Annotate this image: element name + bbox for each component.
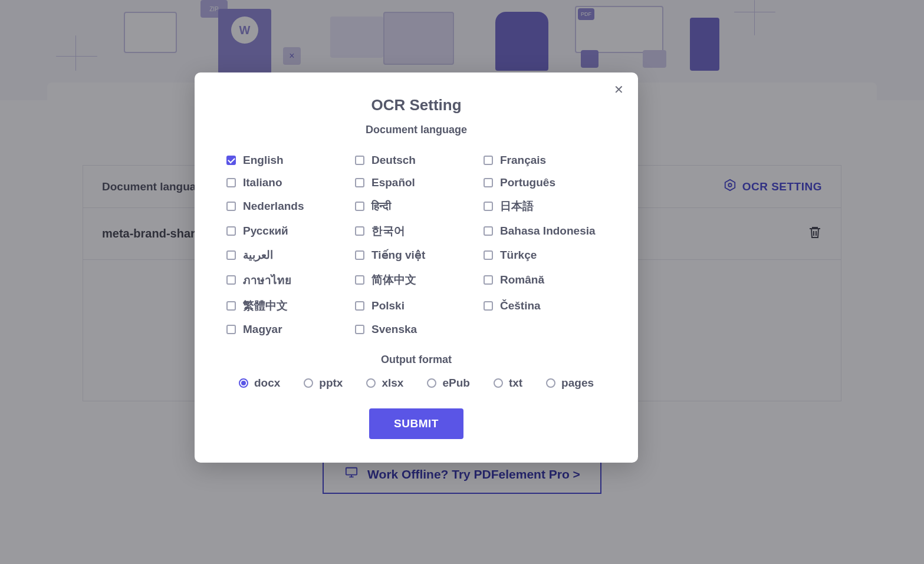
format-label: pptx [319, 377, 343, 390]
checkbox-icon [355, 250, 364, 260]
checkbox-icon [226, 275, 236, 285]
language-label: Français [500, 154, 546, 167]
language-label: Español [371, 176, 415, 189]
language-checkbox[interactable]: Polski [355, 298, 478, 314]
language-label: Română [500, 273, 544, 286]
close-icon: ✕ [614, 83, 624, 97]
format-radio[interactable]: docx [239, 377, 280, 390]
language-checkbox[interactable]: 한국어 [355, 223, 478, 239]
output-format-title: Output format [215, 354, 618, 366]
language-checkbox[interactable]: Bahasa Indonesia [484, 223, 606, 239]
language-label: 繁體中文 [243, 298, 288, 314]
output-format-row: docxpptxxlsxePubtxtpages [215, 377, 618, 390]
language-label: Bahasa Indonesia [500, 225, 596, 238]
language-checkbox[interactable]: Tiếng việt [355, 248, 478, 262]
checkbox-icon [484, 156, 493, 165]
language-checkbox[interactable]: Română [484, 271, 606, 289]
language-checkbox[interactable]: 繁體中文 [226, 298, 349, 314]
language-checkbox[interactable]: हिन्दी [355, 199, 478, 214]
language-checkbox[interactable]: Deutsch [355, 154, 478, 167]
language-checkbox[interactable]: Português [484, 176, 606, 189]
checkbox-icon [226, 156, 236, 165]
format-label: txt [509, 377, 522, 390]
close-button[interactable]: ✕ [611, 82, 626, 97]
modal-title: OCR Setting [215, 96, 618, 114]
language-label: ภาษาไทย [243, 271, 291, 289]
language-label: العربية [243, 248, 273, 262]
checkbox-icon [226, 178, 236, 187]
format-radio[interactable]: pptx [304, 377, 343, 390]
language-label: 한국어 [371, 223, 405, 239]
language-checkbox[interactable]: Nederlands [226, 199, 349, 214]
modal-subtitle: Document language [215, 124, 618, 136]
checkbox-icon [226, 301, 236, 311]
checkbox-icon [484, 178, 493, 187]
ocr-setting-modal: ✕ OCR Setting Document language EnglishD… [195, 72, 638, 463]
checkbox-icon [355, 202, 364, 211]
checkbox-icon [226, 226, 236, 236]
language-label: Português [500, 176, 555, 189]
checkbox-icon [355, 156, 364, 165]
radio-icon [239, 378, 248, 388]
language-label: Čeština [500, 299, 541, 312]
radio-icon [366, 378, 376, 388]
checkbox-icon [355, 178, 364, 187]
format-radio[interactable]: ePub [427, 377, 469, 390]
checkbox-icon [484, 301, 493, 311]
language-checkbox[interactable]: Svenska [355, 323, 478, 336]
language-checkbox[interactable]: Čeština [484, 298, 606, 314]
language-label: Nederlands [243, 200, 304, 213]
language-label: Italiano [243, 176, 282, 189]
language-checkbox[interactable]: 日本語 [484, 199, 606, 214]
checkbox-icon [355, 275, 364, 285]
checkbox-icon [355, 226, 364, 236]
language-label: Türkçe [500, 249, 537, 262]
language-checkbox[interactable]: العربية [226, 248, 349, 262]
language-checkbox[interactable]: Français [484, 154, 606, 167]
language-checkbox[interactable]: ภาษาไทย [226, 271, 349, 289]
language-checkbox[interactable]: English [226, 154, 349, 167]
format-radio[interactable]: txt [494, 377, 522, 390]
language-label: English [243, 154, 284, 167]
checkbox-icon [226, 202, 236, 211]
format-label: docx [254, 377, 280, 390]
language-label: Deutsch [371, 154, 416, 167]
checkbox-icon [484, 250, 493, 260]
format-label: ePub [442, 377, 469, 390]
language-label: Magyar [243, 323, 282, 336]
radio-icon [304, 378, 313, 388]
submit-button[interactable]: SUBMIT [369, 408, 463, 439]
language-checkbox[interactable]: Türkçe [484, 248, 606, 262]
radio-icon [427, 378, 436, 388]
format-label: xlsx [382, 377, 403, 390]
radio-icon [546, 378, 555, 388]
checkbox-icon [484, 226, 493, 236]
language-checkbox[interactable]: 简体中文 [355, 271, 478, 289]
language-label: Tiếng việt [371, 248, 425, 262]
language-checkbox[interactable]: Русский [226, 223, 349, 239]
format-radio[interactable]: xlsx [366, 377, 403, 390]
language-label: 日本語 [500, 199, 534, 214]
language-label: हिन्दी [371, 200, 391, 213]
checkbox-icon [355, 325, 364, 334]
checkbox-icon [355, 301, 364, 311]
language-checkbox[interactable]: Español [355, 176, 478, 189]
checkbox-icon [226, 325, 236, 334]
language-label: Polski [371, 299, 405, 312]
checkbox-icon [226, 250, 236, 260]
checkbox-icon [484, 275, 493, 285]
language-checkbox[interactable]: Italiano [226, 176, 349, 189]
language-label: Svenska [371, 323, 417, 336]
format-radio[interactable]: pages [546, 377, 594, 390]
language-label: Русский [243, 225, 288, 238]
radio-icon [494, 378, 503, 388]
checkbox-icon [484, 202, 493, 211]
language-label: 简体中文 [371, 272, 416, 288]
language-checkbox[interactable]: Magyar [226, 323, 349, 336]
language-grid: EnglishDeutschFrançaisItalianoEspañolPor… [215, 150, 618, 338]
format-label: pages [561, 377, 594, 390]
